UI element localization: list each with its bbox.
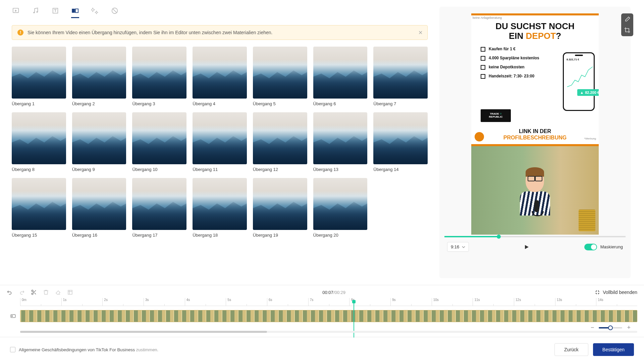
preview-controls: 9:16 Maskierung — [444, 237, 626, 252]
transitions-grid: Übergang 1Übergang 2Übergang 3Übergang 4… — [12, 47, 428, 238]
timeline-track[interactable]: 0m1s2s3s4s5s6s7s8s9s10s11s12s13s14s − + — [7, 298, 637, 333]
transition-item[interactable]: Übergang 8 — [12, 112, 66, 172]
transition-thumb — [12, 178, 66, 230]
ruler-tick: 0m — [20, 298, 61, 306]
tab-media[interactable] — [12, 10, 20, 18]
transition-item[interactable]: Übergang 13 — [313, 112, 368, 172]
transition-item[interactable]: Übergang 2 — [72, 47, 126, 106]
svg-point-2 — [37, 11, 38, 12]
transition-item[interactable]: Übergang 6 — [313, 47, 368, 106]
transition-thumb — [253, 178, 307, 230]
transition-label: Übergang 15 — [12, 233, 66, 238]
video-clip[interactable] — [20, 310, 637, 322]
person-graphic — [515, 165, 555, 216]
disclaimer-text: keine Anlageberatung — [471, 15, 503, 20]
svg-point-11 — [12, 316, 13, 317]
transition-item[interactable]: Übergang 18 — [193, 178, 247, 238]
redo-button[interactable] — [19, 289, 25, 295]
transition-item[interactable]: Übergang 16 — [72, 178, 126, 238]
transition-item[interactable]: Übergang 14 — [373, 112, 428, 172]
transition-item[interactable]: Übergang 9 — [72, 112, 126, 172]
transition-thumb — [72, 112, 126, 164]
transition-item[interactable]: Übergang 4 — [193, 47, 247, 106]
transition-label: Übergang 9 — [72, 167, 126, 172]
mask-toggle[interactable] — [584, 244, 597, 250]
svg-point-8 — [32, 293, 33, 295]
undo-button[interactable] — [7, 289, 13, 295]
transition-thumb — [313, 178, 368, 230]
coins-graphic — [577, 208, 595, 231]
delete-button[interactable] — [43, 289, 49, 295]
ruler-tick: 14s — [596, 298, 637, 306]
back-button[interactable]: Zurück — [554, 343, 588, 356]
transition-item[interactable]: Übergang 17 — [132, 178, 186, 238]
tab-effects[interactable] — [91, 10, 99, 18]
transition-item[interactable]: Übergang 7 — [373, 47, 428, 106]
transition-item[interactable]: Übergang 5 — [253, 47, 307, 106]
transition-item[interactable]: Übergang 20 — [313, 178, 368, 238]
tab-transitions[interactable] — [71, 10, 79, 18]
info-banner: ! Sie können Ihrem Video einen Übergang … — [12, 25, 428, 40]
tab-text[interactable] — [51, 10, 59, 18]
transition-item[interactable]: Übergang 1 — [12, 47, 66, 106]
zoom-slider[interactable] — [599, 327, 622, 328]
timeline-ruler[interactable]: 0m1s2s3s4s5s6s7s8s9s10s11s12s13s14s — [20, 298, 637, 306]
transition-label: Übergang 14 — [373, 167, 428, 172]
transition-label: Übergang 2 — [72, 101, 126, 106]
edit-icon[interactable] — [624, 16, 631, 23]
transition-thumb — [193, 47, 247, 99]
crop-icon[interactable] — [624, 27, 631, 34]
transition-thumb — [132, 112, 186, 164]
transition-item[interactable]: Übergang 12 — [253, 112, 307, 172]
tab-music[interactable] — [32, 10, 40, 18]
transition-label: Übergang 18 — [193, 233, 247, 238]
transition-label: Übergang 5 — [253, 101, 307, 106]
ruler-tick: 1s — [61, 298, 103, 306]
ruler-tick: 12s — [514, 298, 555, 306]
zoom-out-button[interactable]: − — [591, 324, 594, 331]
preview-progress[interactable] — [444, 236, 626, 237]
transition-label: Übergang 10 — [132, 167, 186, 172]
info-text: Sie können Ihrem Video einen Übergang hi… — [28, 30, 273, 35]
transition-label: Übergang 3 — [132, 101, 186, 106]
timeline-scrollbar[interactable] — [20, 331, 637, 333]
aspect-ratio-select[interactable]: 9:16 — [447, 242, 469, 252]
brand-logo: TRADE ≡ REPUBLIC — [481, 109, 511, 122]
transition-label: Übergang 11 — [193, 167, 247, 172]
chevron-down-icon — [462, 245, 465, 249]
transition-item[interactable]: Übergang 11 — [193, 112, 247, 172]
footer: Allgemeine Geschäftsbedingungen von TikT… — [0, 337, 644, 362]
zoom-in-button[interactable]: + — [627, 324, 631, 331]
asset-panel: ! Sie können Ihrem Video einen Übergang … — [7, 7, 433, 278]
transition-thumb — [12, 47, 66, 99]
timeline-toolbar: 00:07/00:29 Vollbild beenden — [7, 289, 637, 295]
transition-label: Übergang 1 — [12, 101, 66, 106]
preview-ad-bottom — [471, 144, 599, 235]
terms-checkbox[interactable] — [10, 347, 15, 352]
crop-timeline-button[interactable] — [67, 289, 73, 295]
ruler-tick: 4s — [185, 298, 226, 306]
transitions-content: ! Sie können Ihrem Video einen Übergang … — [7, 18, 433, 278]
transition-thumb — [12, 112, 66, 164]
play-button[interactable] — [524, 244, 529, 250]
link-text: LINK IN DER PROFILBESCHREIBUNG — [471, 128, 599, 141]
tab-filters[interactable] — [111, 10, 119, 18]
ad-label: *Werbung — [584, 137, 596, 140]
transition-thumb — [132, 178, 186, 230]
exit-fullscreen-button[interactable]: Vollbild beenden — [595, 290, 637, 295]
transition-item[interactable]: Übergang 15 — [12, 178, 66, 238]
transition-item[interactable]: Übergang 3 — [132, 47, 186, 106]
mask-label: Maskierung — [600, 244, 623, 249]
confirm-button[interactable]: Bestätigen — [593, 343, 634, 356]
ruler-tick: 10s — [432, 298, 473, 306]
close-icon[interactable]: ✕ — [418, 29, 423, 36]
transition-label: Übergang 6 — [313, 101, 368, 106]
erase-button[interactable] — [55, 289, 61, 295]
time-display: 00:07/00:29 — [322, 290, 345, 295]
terms-row: Allgemeine Geschäftsbedingungen von TikT… — [10, 347, 158, 352]
transition-item[interactable]: Übergang 19 — [253, 178, 307, 238]
cut-button[interactable] — [31, 289, 37, 295]
asset-tabs — [7, 7, 433, 18]
transition-item[interactable]: Übergang 10 — [132, 112, 186, 172]
ruler-tick: 11s — [473, 298, 514, 306]
